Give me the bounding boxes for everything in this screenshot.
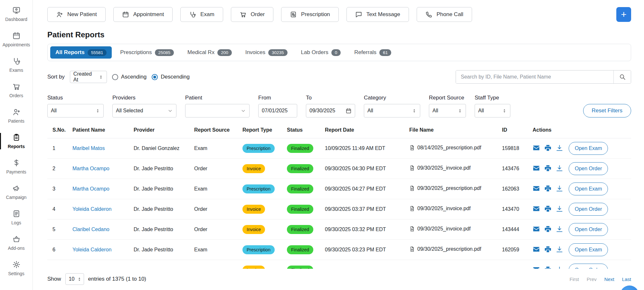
email-button[interactable] bbox=[533, 205, 540, 213]
file-name-link[interactable]: 09/30/2025_prescription.pdf bbox=[409, 246, 481, 252]
patient-filter-select[interactable] bbox=[185, 104, 250, 117]
download-icon bbox=[556, 266, 563, 269]
sidebar-item-campaign[interactable]: Campaign bbox=[0, 179, 33, 205]
patient-name-link[interactable]: Yoleida Calderon bbox=[72, 206, 111, 212]
tab-lab-orders[interactable]: Lab Orders0 bbox=[296, 46, 346, 59]
open-open-exam-button[interactable]: Open Exam bbox=[569, 182, 608, 195]
sort-field-select[interactable]: Created At bbox=[70, 71, 107, 83]
search-button[interactable] bbox=[613, 70, 631, 83]
email-button[interactable] bbox=[533, 246, 540, 254]
file-name-link[interactable]: 08/14/2025_prescription.pdf bbox=[409, 145, 481, 151]
patient-name-link[interactable]: Claribel Cedano bbox=[72, 227, 109, 232]
chevron-down-icon bbox=[167, 108, 173, 114]
download-button[interactable] bbox=[556, 164, 563, 173]
download-button[interactable] bbox=[556, 266, 563, 269]
download-button[interactable] bbox=[556, 144, 563, 153]
download-button[interactable] bbox=[556, 185, 563, 193]
staff-type-filter-select[interactable]: All bbox=[475, 104, 510, 117]
patient-name-link[interactable]: Maribel Matos bbox=[72, 145, 105, 151]
file-name-link[interactable]: 09/30/2025_invoice.pdf bbox=[409, 206, 470, 211]
email-button[interactable] bbox=[533, 164, 540, 173]
providers-filter-select[interactable]: All Selected bbox=[112, 104, 176, 117]
column-header-report-source: Report Source bbox=[192, 125, 240, 138]
ascending-radio[interactable]: Ascending bbox=[112, 74, 147, 80]
sidebar-item-logs[interactable]: Logs bbox=[0, 205, 33, 230]
print-button[interactable] bbox=[544, 246, 552, 254]
reset-filters-button[interactable]: Reset Filters bbox=[583, 104, 631, 117]
category-filter-select[interactable]: All bbox=[364, 104, 420, 117]
providers-filter-label: Providers bbox=[112, 95, 176, 101]
prescription-button[interactable]: Prescription bbox=[281, 7, 339, 22]
open-open-order-button[interactable]: Open Order bbox=[569, 203, 608, 216]
email-button[interactable] bbox=[533, 144, 540, 153]
sidebar-item-payments[interactable]: Payments bbox=[0, 154, 33, 179]
add-button[interactable]: + bbox=[616, 7, 631, 22]
sidebar-item-reports[interactable]: Reports bbox=[0, 128, 33, 154]
pagination-last[interactable]: Last bbox=[622, 276, 631, 282]
appointment-button[interactable]: Appointment bbox=[113, 7, 173, 22]
email-button[interactable] bbox=[533, 266, 540, 269]
open-open-exam-button[interactable]: Open Exam bbox=[569, 243, 608, 256]
search-input[interactable] bbox=[456, 70, 613, 83]
table-row: 4Yoleida CalderonDr. Jade PestrittoOrder… bbox=[47, 199, 631, 220]
patient-name-link[interactable]: Martha Ocampo bbox=[72, 166, 109, 171]
order-button[interactable]: Order bbox=[231, 7, 273, 22]
email-button[interactable] bbox=[533, 185, 540, 193]
sidebar-item-patients[interactable]: Patients bbox=[0, 103, 33, 128]
exam-button[interactable]: Exam bbox=[180, 7, 223, 22]
radio-circle bbox=[112, 74, 118, 80]
open-open-exam-button[interactable]: Open Exam bbox=[569, 142, 608, 155]
open-open-order-button[interactable]: Open Order bbox=[569, 223, 608, 236]
tab-invoices[interactable]: Invoices30235 bbox=[240, 46, 293, 59]
sidebar-item-dashboard[interactable]: Dashboard bbox=[0, 1, 33, 27]
pagination-next[interactable]: Next bbox=[604, 276, 614, 282]
sidebar-item-appointments[interactable]: Appointments bbox=[0, 27, 33, 52]
patient-name-link[interactable]: Martha Ocampo bbox=[72, 186, 109, 192]
tab-referrals[interactable]: Referrals61 bbox=[349, 46, 396, 59]
download-button[interactable] bbox=[556, 225, 563, 234]
download-icon bbox=[556, 225, 563, 233]
from-date-input[interactable]: 07/01/2025 bbox=[258, 104, 297, 117]
search-icon bbox=[619, 73, 626, 80]
to-date-input[interactable]: 09/30/2025 bbox=[306, 104, 355, 117]
file-name-link[interactable]: 09/30/2025_prescription.pdf bbox=[409, 185, 481, 191]
download-button[interactable] bbox=[556, 205, 563, 213]
sidebar-item-exams[interactable]: Exams bbox=[0, 52, 33, 78]
table-body: 1Maribel MatosDr. Daniel GonzalezExamPre… bbox=[47, 138, 631, 269]
patient-name-link[interactable]: Yoleida Calderon bbox=[72, 247, 111, 252]
campaign-icon bbox=[12, 184, 21, 192]
status-badge: Finalized bbox=[287, 144, 313, 153]
sidebar-item-add-ons[interactable]: Add-ons bbox=[0, 230, 33, 256]
tab-all-reports[interactable]: All Reports55581 bbox=[50, 46, 112, 59]
open-open-order-button[interactable]: Open Order bbox=[569, 162, 608, 175]
new-patient-button[interactable]: New Patient bbox=[47, 7, 106, 22]
report-source-filter-select[interactable]: All bbox=[429, 104, 466, 117]
print-button[interactable] bbox=[544, 205, 552, 213]
sidebar-item-orders[interactable]: Orders bbox=[0, 78, 33, 103]
page-size-select[interactable]: 10 bbox=[65, 273, 84, 285]
print-button[interactable] bbox=[544, 225, 552, 234]
filter-from: From 07/01/2025 bbox=[258, 95, 297, 117]
mail-icon bbox=[533, 144, 540, 152]
print-button[interactable] bbox=[544, 266, 552, 269]
status-filter-select[interactable]: All bbox=[47, 104, 104, 117]
descending-radio[interactable]: Descending bbox=[152, 74, 190, 80]
file-name-link[interactable]: 09/30/2025_invoice.pdf bbox=[409, 165, 470, 171]
pagination-first[interactable]: First bbox=[570, 276, 579, 282]
pagination-prev[interactable]: Prev bbox=[587, 276, 597, 282]
download-button[interactable] bbox=[556, 246, 563, 254]
file-name-link[interactable]: 09/30/2025_invoice.pdf bbox=[409, 226, 470, 232]
tab-medical-rx[interactable]: Medical Rx200 bbox=[182, 46, 237, 59]
text-message-button[interactable]: Text Message bbox=[346, 7, 409, 22]
email-button[interactable] bbox=[533, 225, 540, 234]
row-actions: Open Order bbox=[533, 223, 629, 236]
print-button[interactable] bbox=[544, 185, 552, 193]
tab-count-badge: 25085 bbox=[155, 49, 174, 56]
sidebar-item-settings[interactable]: Settings bbox=[0, 256, 33, 281]
phone-call-button[interactable]: Phone Call bbox=[417, 7, 472, 22]
cell-report-date bbox=[322, 260, 407, 269]
tab-prescriptions[interactable]: Prescriptions25085 bbox=[115, 46, 179, 59]
print-button[interactable] bbox=[544, 164, 552, 173]
print-button[interactable] bbox=[544, 144, 552, 153]
open-open-order-button[interactable]: Open Order bbox=[569, 264, 608, 269]
